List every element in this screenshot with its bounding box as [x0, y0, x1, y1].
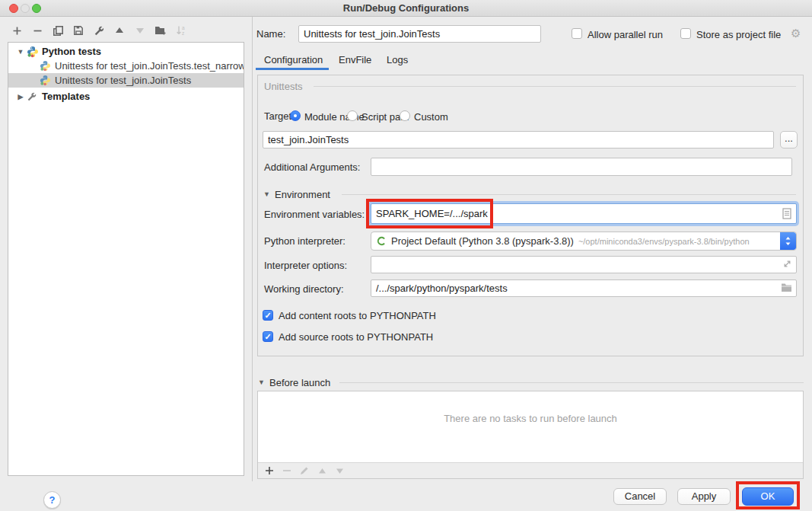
tree-item-label: Unittests for test_join.JoinTests.test_n… [53, 60, 244, 72]
copy-configuration-button[interactable] [52, 24, 64, 37]
env-variables-list-icon[interactable] [782, 208, 791, 219]
tree-item-python-tests[interactable]: ▼ Python tests [8, 44, 244, 59]
expand-field-icon[interactable] [782, 259, 792, 269]
move-task-down-button[interactable] [333, 464, 345, 477]
move-task-up-button[interactable] [316, 464, 328, 477]
gear-icon[interactable]: ⚙ [791, 27, 801, 39]
working-directory-input[interactable] [371, 279, 797, 297]
ok-button[interactable]: OK [742, 487, 794, 506]
edit-templates-button[interactable] [93, 24, 105, 37]
add-content-roots-label: Add content roots to PYTHONPATH [279, 310, 436, 321]
section-divider [342, 194, 796, 195]
python-test-icon [40, 75, 53, 86]
interpreter-options-label: Interpreter options: [264, 260, 347, 271]
chevron-right-icon[interactable]: ▶ [14, 93, 27, 101]
svg-text:z: z [182, 30, 184, 36]
move-down-icon [135, 27, 145, 34]
add-content-roots-checkbox[interactable]: ✓ [263, 310, 273, 321]
help-button[interactable]: ? [43, 491, 61, 509]
environment-section-title[interactable]: Environment [275, 189, 330, 200]
python-interpreter-path: ~/opt/miniconda3/envs/pyspark-3.8/bin/py… [578, 237, 780, 246]
additional-arguments-label: Additional Arguments: [264, 161, 360, 173]
chevron-down-icon[interactable]: ▼ [14, 48, 27, 56]
add-icon [12, 26, 22, 36]
before-launch-collapse-chevron-icon[interactable]: ▼ [258, 378, 265, 386]
store-as-project-file-checkbox[interactable] [680, 28, 691, 39]
window-title: Run/Debug Configurations [0, 0, 812, 16]
close-window-button[interactable] [9, 4, 18, 13]
combo-arrows-icon[interactable] [780, 232, 796, 250]
browse-module-button[interactable]: ... [780, 131, 798, 149]
section-divider [314, 86, 796, 87]
new-folder-icon [154, 25, 167, 36]
allow-parallel-run-label: Allow parallel run [588, 29, 663, 40]
name-input[interactable] [298, 25, 541, 43]
target-custom-radio[interactable] [400, 110, 410, 121]
before-launch-panel: There are no tasks to run before launch [257, 391, 804, 479]
interpreter-options-input[interactable] [371, 256, 797, 273]
move-up-button[interactable] [113, 24, 126, 37]
title-bar: Run/Debug Configurations [0, 0, 812, 17]
move-down-button[interactable] [134, 24, 146, 37]
configurations-tree: ▼ Python tests Unittests for test_join.J… [8, 42, 244, 476]
cancel-button[interactable]: Cancel [613, 488, 667, 505]
add-configuration-button[interactable] [11, 24, 23, 37]
move-down-icon [336, 468, 344, 474]
remove-task-button[interactable] [281, 464, 293, 477]
environment-variables-input[interactable] [371, 203, 797, 224]
tab-configuration[interactable]: Configuration [264, 54, 323, 65]
new-folder-button[interactable] [154, 24, 167, 37]
module-name-input[interactable] [263, 131, 774, 149]
before-launch-empty-text: There are no tasks to run before launch [258, 413, 803, 424]
move-up-icon [115, 27, 124, 34]
apply-button[interactable]: Apply [677, 488, 731, 505]
folder-icon[interactable] [781, 283, 792, 292]
svg-text:a: a [182, 25, 185, 30]
python-tests-icon [27, 46, 40, 58]
edit-task-button[interactable] [298, 464, 310, 477]
add-task-button[interactable] [263, 464, 275, 477]
tab-envfile[interactable]: EnvFile [339, 54, 371, 65]
templates-wrench-icon [27, 91, 40, 102]
remove-icon [33, 26, 43, 36]
save-icon [73, 25, 84, 36]
python-test-icon [40, 60, 53, 72]
allow-parallel-run-checkbox[interactable] [572, 28, 582, 39]
additional-arguments-input[interactable] [371, 158, 792, 176]
run-debug-configurations-dialog: Run/Debug Configurations az ▼ Python tes… [0, 0, 812, 511]
target-module-name-radio[interactable] [290, 110, 301, 121]
conda-environment-icon [377, 236, 387, 246]
target-custom-label: Custom [414, 111, 448, 123]
add-source-roots-label: Add source roots to PYTHONPATH [279, 331, 433, 343]
add-icon [265, 466, 274, 475]
save-configuration-button[interactable] [72, 24, 84, 37]
sort-configurations-button[interactable]: az [175, 24, 187, 37]
remove-icon [282, 466, 291, 475]
store-as-project-file-label: Store as project file [696, 29, 781, 40]
move-up-icon [318, 468, 326, 474]
pencil-icon [300, 466, 309, 475]
panel-splitter[interactable] [252, 17, 253, 481]
python-interpreter-select[interactable]: Project Default (Python 3.8 (pyspark-3.8… [371, 232, 797, 251]
copy-icon [53, 25, 64, 37]
unittests-section-title: Unittests [264, 81, 303, 92]
working-directory-label: Working directory: [264, 283, 344, 295]
tree-item-unittests-test-narrow[interactable]: Unittests for test_join.JoinTests.test_n… [8, 59, 244, 73]
tab-logs[interactable]: Logs [387, 54, 408, 65]
python-interpreter-value: Project Default (Python 3.8 (pyspark-3.8… [391, 235, 574, 247]
configurations-toolbar: az [11, 24, 187, 37]
add-source-roots-checkbox[interactable]: ✓ [263, 331, 273, 342]
before-launch-title[interactable]: Before launch [269, 377, 330, 388]
before-launch-toolbar [258, 462, 803, 478]
active-tab-underline [256, 68, 329, 70]
sort-alphabetically-icon: az [176, 25, 187, 36]
target-script-path-radio[interactable] [347, 110, 358, 121]
tree-item-templates[interactable]: ▶ Templates [8, 89, 244, 104]
minimize-window-button[interactable] [21, 4, 30, 13]
tree-item-unittests-jointests-selected[interactable]: Unittests for test_join.JoinTests [8, 73, 244, 88]
zoom-window-button[interactable] [32, 4, 41, 13]
environment-collapse-chevron-icon[interactable]: ▼ [263, 190, 270, 198]
remove-configuration-button[interactable] [31, 24, 43, 37]
tree-item-label: Unittests for test_join.JoinTests [53, 75, 191, 86]
name-label: Name: [256, 28, 285, 40]
